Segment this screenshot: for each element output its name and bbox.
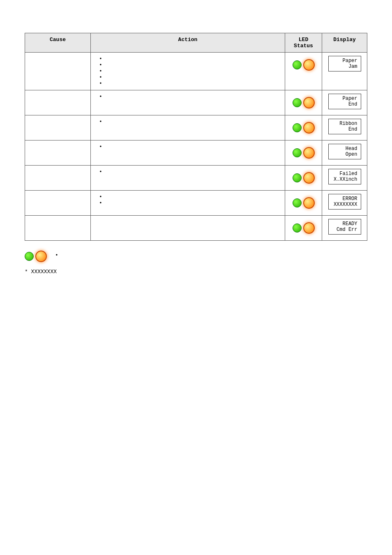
cell-action bbox=[91, 166, 285, 191]
page: Cause Action LED Status Display PaperJam… bbox=[0, 0, 392, 291]
action-bullet bbox=[99, 94, 281, 100]
table-row: READYCmd Err bbox=[25, 216, 367, 241]
cell-led bbox=[285, 216, 322, 241]
cell-display: PaperEnd bbox=[322, 90, 367, 115]
led-green-icon bbox=[293, 173, 302, 182]
table-row: FailedX.XXinch bbox=[25, 166, 367, 191]
cell-display: READYCmd Err bbox=[322, 216, 367, 241]
footer-led-green-icon bbox=[25, 252, 34, 261]
table-row: PaperEnd bbox=[25, 90, 367, 115]
status-table: Cause Action LED Status Display PaperJam… bbox=[25, 33, 367, 241]
action-bullet bbox=[99, 144, 281, 150]
cell-cause bbox=[25, 53, 91, 90]
action-bullet bbox=[99, 68, 281, 74]
action-bullet bbox=[99, 74, 281, 81]
action-bullet bbox=[99, 194, 281, 200]
led-green-icon bbox=[293, 98, 302, 107]
action-bullet bbox=[99, 200, 281, 206]
header-display: Display bbox=[322, 33, 367, 53]
cell-action bbox=[91, 140, 285, 166]
cell-cause bbox=[25, 90, 91, 115]
led-green-icon bbox=[293, 123, 302, 132]
cell-action bbox=[91, 53, 285, 90]
cell-display: RibbonEnd bbox=[322, 115, 367, 140]
cell-cause bbox=[25, 191, 91, 216]
led-orange-icon bbox=[303, 172, 315, 184]
footer-note: * XXXXXXXX bbox=[25, 269, 367, 275]
display-box: HeadOpen bbox=[328, 144, 361, 159]
action-bullet bbox=[99, 56, 281, 62]
led-orange-icon bbox=[303, 222, 315, 234]
header-cause: Cause bbox=[25, 33, 91, 53]
cell-cause bbox=[25, 140, 91, 166]
cell-display: ERRORXXXXXXXX bbox=[322, 191, 367, 216]
footer-led-orange-icon bbox=[35, 251, 47, 262]
display-box: READYCmd Err bbox=[328, 219, 361, 235]
header-led: LED Status bbox=[285, 33, 322, 53]
cell-action bbox=[91, 115, 285, 140]
display-box: PaperEnd bbox=[328, 94, 361, 109]
cell-display: HeadOpen bbox=[322, 140, 367, 166]
table-row: PaperJam bbox=[25, 53, 367, 90]
led-orange-icon bbox=[303, 97, 315, 108]
led-orange-icon bbox=[303, 147, 315, 159]
cell-led bbox=[285, 166, 322, 191]
action-bullet bbox=[99, 119, 281, 125]
cell-led bbox=[285, 191, 322, 216]
action-bullet bbox=[99, 81, 281, 87]
action-bullet bbox=[99, 169, 281, 175]
table-row: RibbonEnd bbox=[25, 115, 367, 140]
cell-led bbox=[285, 140, 322, 166]
cell-action bbox=[91, 216, 285, 241]
led-green-icon bbox=[293, 223, 302, 233]
display-box: PaperJam bbox=[328, 56, 361, 71]
header-action: Action bbox=[91, 33, 285, 53]
cell-led bbox=[285, 53, 322, 90]
cell-display: PaperJam bbox=[322, 53, 367, 90]
led-orange-icon bbox=[303, 197, 315, 209]
led-green-icon bbox=[293, 198, 302, 207]
led-orange-icon bbox=[303, 122, 315, 134]
footer-section: • bbox=[25, 249, 367, 262]
table-row: HeadOpen bbox=[25, 140, 367, 166]
footer-led-container bbox=[25, 251, 47, 262]
footer-bullet-text: • bbox=[55, 252, 58, 258]
cell-cause bbox=[25, 216, 91, 241]
display-box: RibbonEnd bbox=[328, 119, 361, 134]
led-orange-icon bbox=[303, 59, 315, 71]
display-box: FailedX.XXinch bbox=[328, 169, 361, 184]
led-green-icon bbox=[293, 148, 302, 157]
cell-led bbox=[285, 90, 322, 115]
table-row: ERRORXXXXXXXX bbox=[25, 191, 367, 216]
action-bullet bbox=[99, 62, 281, 68]
cell-action bbox=[91, 191, 285, 216]
display-box: ERRORXXXXXXXX bbox=[328, 194, 361, 210]
cell-action bbox=[91, 90, 285, 115]
cell-display: FailedX.XXinch bbox=[322, 166, 367, 191]
cell-cause bbox=[25, 166, 91, 191]
cell-led bbox=[285, 115, 322, 140]
led-green-icon bbox=[293, 60, 302, 69]
cell-cause bbox=[25, 115, 91, 140]
